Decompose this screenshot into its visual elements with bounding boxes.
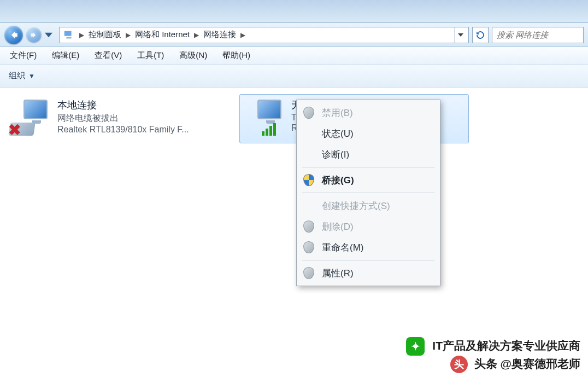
ctx-bridge[interactable]: 桥接(G) (298, 170, 439, 190)
history-dropdown-icon[interactable] (45, 31, 52, 39)
lan-icon: ✖ (9, 97, 52, 137)
watermark-wechat-text: IT产品及解决方案专业供应商 (432, 339, 580, 352)
separator (302, 167, 434, 167)
shield-icon (302, 266, 315, 280)
connection-item-lan[interactable]: ✖ 本地连接 网络电缆被拔出 Realtek RTL8139/810x Fami… (5, 94, 235, 143)
menu-bar: 文件(F) 编辑(E) 查看(V) 工具(T) 高级(N) 帮助(H) (0, 47, 588, 65)
ctx-rename-label: 重命名(M) (322, 241, 363, 254)
ctx-disable[interactable]: 禁用(B) (298, 102, 439, 123)
back-button[interactable] (4, 26, 23, 44)
menu-file[interactable]: 文件(F) (10, 50, 37, 61)
svg-rect-1 (66, 37, 71, 38)
uac-shield-icon (302, 173, 315, 187)
forward-button[interactable] (26, 27, 42, 43)
menu-help[interactable]: 帮助(H) (222, 50, 250, 61)
watermark-overlay: ✦ IT产品及解决方案专业供应商 头 头条 @奥赛德邢老师 (406, 337, 580, 373)
svg-rect-0 (64, 31, 72, 36)
ctx-properties-label: 属性(R) (322, 267, 354, 280)
ctx-status[interactable]: 状态(U) (298, 123, 439, 144)
refresh-button[interactable] (472, 27, 489, 43)
ctx-properties[interactable]: 属性(R) (298, 263, 439, 283)
avatar-icon: 头 (450, 356, 468, 373)
watermark-toutiao-text: 头条 @奥赛德邢老师 (474, 357, 580, 370)
wifi-icon (243, 97, 286, 137)
chevron-right-icon: ▶ (240, 31, 245, 39)
lan-title: 本地连接 (57, 98, 221, 112)
search-input[interactable] (496, 30, 580, 40)
ctx-status-label: 状态(U) (322, 127, 354, 140)
ctx-diagnose[interactable]: 诊断(I) (298, 144, 439, 165)
lan-status: 网络电缆被拔出 (57, 113, 221, 124)
shield-icon (302, 106, 315, 119)
menu-edit[interactable]: 编辑(E) (52, 50, 79, 61)
disconnected-x-icon: ✖ (8, 123, 23, 138)
chevron-right-icon: ▶ (126, 31, 131, 39)
menu-tools[interactable]: 工具(T) (137, 50, 164, 61)
menu-advanced[interactable]: 高级(N) (179, 50, 207, 61)
context-menu: 禁用(B) 状态(U) 诊断(I) 桥接(G) 创建快捷方式(S) 删除(D) … (296, 100, 440, 286)
ctx-delete[interactable]: 删除(D) (298, 216, 439, 237)
breadcrumb-network-connections[interactable]: 网络连接 (202, 30, 237, 40)
organize-button[interactable]: 组织 (9, 71, 25, 81)
shield-icon (302, 241, 315, 254)
ctx-shortcut[interactable]: 创建快捷方式(S) (298, 195, 439, 216)
chevron-right-icon: ▶ (194, 31, 199, 39)
lan-adapter: Realtek RTL8139/810x Family F... (57, 125, 221, 135)
ctx-rename[interactable]: 重命名(M) (298, 237, 439, 258)
breadcrumb-control-panel[interactable]: 控制面板 (87, 30, 122, 40)
ctx-diagnose-label: 诊断(I) (322, 148, 349, 161)
separator (302, 260, 434, 260)
window-titlebar (0, 0, 588, 23)
breadcrumb[interactable]: ▶ 控制面板 ▶ 网络和 Internet ▶ 网络连接 ▶ (59, 27, 469, 43)
ctx-delete-label: 删除(D) (322, 220, 354, 233)
ctx-disable-label: 禁用(B) (322, 107, 353, 119)
separator (302, 193, 434, 193)
chevron-right-icon: ▶ (79, 31, 84, 39)
network-connections-icon (62, 28, 76, 42)
breadcrumb-network-internet[interactable]: 网络和 Internet (134, 30, 191, 40)
ctx-shortcut-label: 创建快捷方式(S) (322, 200, 390, 212)
command-bar: 组织 ▼ (0, 65, 588, 88)
menu-view[interactable]: 查看(V) (95, 50, 122, 61)
content-area: ✖ 本地连接 网络电缆被拔出 Realtek RTL8139/810x Fami… (0, 88, 588, 383)
navigation-row: ▶ 控制面板 ▶ 网络和 Internet ▶ 网络连接 ▶ (0, 23, 588, 47)
wechat-icon: ✦ (406, 337, 425, 356)
ctx-bridge-label: 桥接(G) (322, 174, 354, 187)
shield-icon (302, 220, 315, 233)
breadcrumb-dropdown-icon[interactable] (454, 27, 466, 43)
search-box[interactable] (492, 27, 584, 43)
chevron-down-icon[interactable]: ▼ (28, 72, 35, 80)
signal-bars-icon (262, 123, 276, 136)
